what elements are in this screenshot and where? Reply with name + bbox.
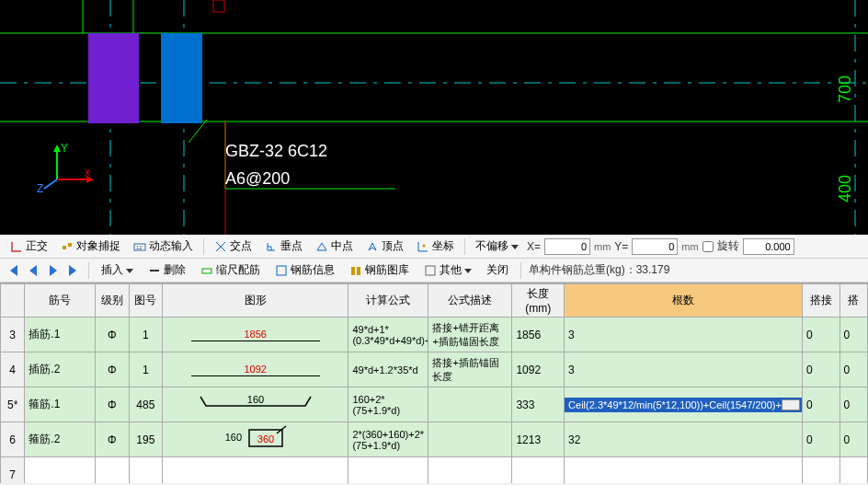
cell-jinhao[interactable]: 箍筋.1 [25, 387, 96, 422]
cell-dajie2[interactable]: 0 [839, 422, 867, 457]
row-number[interactable]: 6 [1, 422, 25, 457]
snap-midpoint[interactable]: 中点 [311, 236, 358, 257]
cell-jibie[interactable]: Φ [96, 318, 129, 352]
cell-jinhao[interactable] [25, 457, 96, 484]
cell-miaoshu[interactable] [428, 422, 512, 457]
x-input[interactable] [544, 238, 590, 255]
col-tuhao[interactable]: 图号 [129, 284, 162, 318]
snap-coord[interactable]: 坐标 [412, 236, 459, 257]
cell-miaoshu[interactable]: 搭接+插筋锚固长度 [428, 352, 512, 387]
snap-intersection[interactable]: 交点 [210, 236, 257, 257]
cell-jinhao[interactable]: 箍筋.2 [25, 422, 96, 457]
snap-perpendicular[interactable]: 垂点 [260, 236, 307, 257]
nav-prev-icon[interactable] [26, 263, 40, 278]
cell-jibie[interactable]: Φ [96, 387, 129, 422]
formula-editor-button[interactable]: ··· [782, 399, 800, 410]
y-input[interactable] [632, 238, 678, 255]
cell-tuhao[interactable]: 195 [129, 422, 162, 457]
cell-jinhao[interactable]: 插筋.2 [25, 352, 96, 387]
cell-dajie2[interactable] [839, 457, 867, 484]
nav-first-icon[interactable] [6, 263, 20, 278]
cell-genshu[interactable]: 32 [565, 422, 803, 457]
col-changdu[interactable]: 长度(mm) [512, 284, 565, 318]
row-number[interactable]: 3 [1, 318, 25, 352]
info-button[interactable]: 钢筋信息 [270, 260, 339, 281]
cell-gongshi[interactable]: 49*d+1.2*35*d [348, 352, 428, 387]
rotate-input[interactable] [743, 238, 794, 255]
row-number[interactable]: 7 [1, 457, 25, 484]
delete-button[interactable]: 删除 [143, 260, 190, 281]
offset-mode-select[interactable]: 不偏移 [471, 236, 523, 257]
cell-tuxing[interactable] [163, 457, 348, 484]
row-number[interactable]: 4 [1, 352, 25, 387]
cell-dajie2[interactable]: 0 [839, 387, 867, 422]
cell-changdu[interactable]: 1092 [512, 352, 565, 387]
rotate-checkbox[interactable] [702, 241, 714, 252]
other-button[interactable]: 其他 [419, 260, 476, 281]
cell-tuhao[interactable] [129, 457, 162, 484]
cell-dajie[interactable]: 0 [803, 318, 839, 352]
table-row[interactable]: 4插筋.2Φ1109249*d+1.2*35*d搭接+插筋锚固长度1092300 [1, 352, 868, 387]
cell-miaoshu[interactable]: 搭接+错开距离+插筋锚固长度 [428, 318, 512, 352]
cell-jibie[interactable] [96, 457, 129, 484]
cell-gongshi[interactable] [348, 457, 428, 484]
col-dajie[interactable]: 搭接 [803, 284, 839, 318]
cell-gongshi[interactable]: 49*d+1*(0.3*49*d+49*d)+1.2*35*d [348, 318, 428, 352]
cell-gongshi[interactable]: 160+2*(75+1.9*d) [348, 387, 428, 422]
cell-miaoshu[interactable] [428, 457, 512, 484]
insert-button[interactable]: 插入 [97, 260, 138, 281]
scale-button[interactable]: 缩尺配筋 [196, 260, 265, 281]
cell-changdu[interactable] [512, 457, 565, 484]
library-button[interactable]: 钢筋图库 [345, 260, 414, 281]
cell-genshu[interactable]: 3 [565, 352, 803, 387]
table-row[interactable]: 6箍筋.2Φ1951603602*(360+160)+2*(75+1.9*d)1… [1, 422, 868, 457]
cell-jinhao[interactable]: 插筋.1 [25, 318, 96, 352]
cell-tuxing[interactable]: 160360 [163, 422, 348, 457]
cell-tuxing[interactable]: 1856 [163, 318, 348, 352]
col-tuxing[interactable]: 图形 [163, 284, 348, 318]
cell-dajie[interactable]: 0 [803, 422, 839, 457]
cell-dajie2[interactable]: 0 [839, 318, 867, 352]
cad-viewport[interactable]: 700 400 GBZ-32 6C12 A6@200 Y x Z [0, 0, 868, 235]
cell-jibie[interactable]: Φ [96, 352, 129, 387]
row-number[interactable]: 5* [1, 387, 25, 422]
rebar-table-wrap[interactable]: 筋号 级别 图号 图形 计算公式 公式描述 长度(mm) 根数 搭接 搭 3插筋… [0, 283, 868, 483]
dynamic-input-toggle[interactable]: 12 动态输入 [129, 236, 198, 257]
col-jibie[interactable]: 级别 [96, 284, 129, 318]
nav-next-icon[interactable] [46, 263, 61, 278]
ortho-toggle[interactable]: 正交 [6, 236, 52, 257]
snap-vertex[interactable]: 顶点 [361, 236, 408, 257]
cell-tuxing[interactable]: 1092 [163, 352, 348, 387]
cell-changdu[interactable]: 1213 [512, 422, 565, 457]
col-genshu[interactable]: 根数 [565, 284, 803, 318]
col-jinhao[interactable]: 筋号 [25, 284, 96, 318]
svg-line-23 [44, 179, 57, 189]
cell-miaoshu[interactable] [428, 387, 512, 422]
col-gongshi[interactable]: 计算公式 [348, 284, 428, 318]
col-dajie2[interactable]: 搭 [839, 284, 867, 318]
cell-gongshi[interactable]: 2*(360+160)+2*(75+1.9*d) [348, 422, 428, 457]
table-row[interactable]: 5*箍筋.1Φ485160160+2*(75+1.9*d)333Ceil(2.3… [1, 387, 868, 422]
svg-text:12: 12 [136, 245, 143, 250]
close-button[interactable]: 关闭 [482, 260, 513, 281]
nav-last-icon[interactable] [66, 263, 81, 278]
cell-genshu[interactable]: Ceil(2.3*49*12/min(5*12,100))+Ceil(1547/… [565, 387, 803, 422]
col-miaoshu[interactable]: 公式描述 [428, 284, 512, 318]
cell-tuhao[interactable]: 1 [129, 318, 162, 352]
cell-jibie[interactable]: Φ [96, 422, 129, 457]
cell-genshu[interactable] [565, 457, 803, 484]
cell-dajie[interactable]: 0 [803, 387, 839, 422]
cell-dajie2[interactable]: 0 [839, 352, 867, 387]
table-row[interactable]: 3插筋.1Φ1185649*d+1*(0.3*49*d+49*d)+1.2*35… [1, 318, 868, 352]
osnap-toggle[interactable]: 对象捕捉 [56, 236, 125, 257]
table-row[interactable]: 7 [1, 457, 868, 484]
cell-changdu[interactable]: 1856 [512, 318, 565, 352]
perp-icon [265, 240, 278, 253]
cell-changdu[interactable]: 333 [512, 387, 565, 422]
cell-tuhao[interactable]: 1 [129, 352, 162, 387]
cell-tuxing[interactable]: 160 [163, 387, 348, 422]
cell-dajie[interactable]: 0 [803, 352, 839, 387]
cell-dajie[interactable] [803, 457, 839, 484]
cell-tuhao[interactable]: 485 [129, 387, 162, 422]
cell-genshu[interactable]: 3 [565, 318, 803, 352]
